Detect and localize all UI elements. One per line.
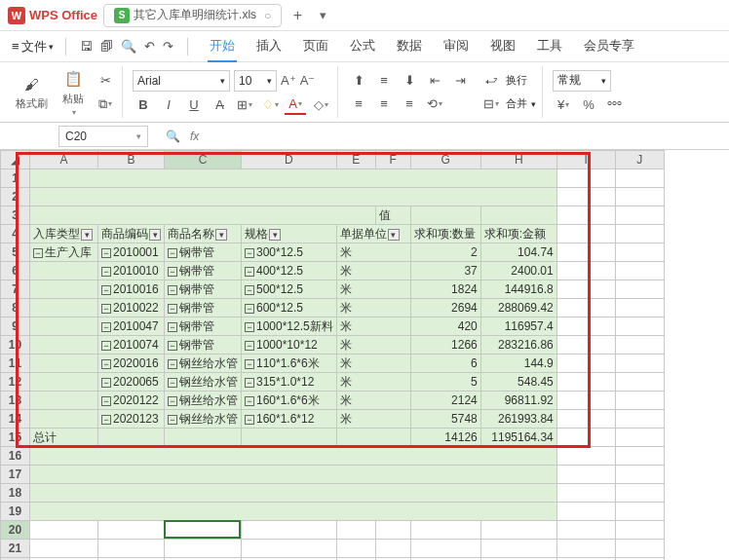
indent-inc-icon[interactable]: ⇥ xyxy=(449,71,471,91)
fx-label[interactable]: fx xyxy=(190,130,199,143)
app-logo: WWPS Office xyxy=(8,7,97,24)
preview-icon[interactable]: 🔍 xyxy=(121,39,136,54)
wrap-icon[interactable]: ⮐ xyxy=(480,71,502,91)
align-top-icon[interactable]: ⬆ xyxy=(348,71,369,91)
percent-icon[interactable]: % xyxy=(578,95,599,115)
tab-data[interactable]: 数据 xyxy=(395,31,424,62)
align-right-icon[interactable]: ≡ xyxy=(399,94,420,114)
add-tab-button[interactable]: + xyxy=(288,7,307,24)
ribbon-tabs: 开始 插入 页面 公式 数据 审阅 视图 工具 会员专享 xyxy=(208,31,636,62)
number-format-select[interactable]: 常规▾ xyxy=(553,70,611,92)
col-header[interactable]: G xyxy=(410,151,480,169)
tab-insert[interactable]: 插入 xyxy=(254,31,284,62)
fill-color-icon[interactable]: ♢ xyxy=(259,95,281,115)
hdr-type: 入库类型▾ xyxy=(30,225,98,243)
cancel-formula-icon[interactable]: 🔍 xyxy=(166,130,180,143)
font-color-icon[interactable]: A xyxy=(285,95,306,115)
undo-icon[interactable]: ↶ xyxy=(144,39,155,54)
hdr-name: 商品名称▾ xyxy=(165,225,242,243)
hdr-unit: 单据单位▾ xyxy=(336,225,410,243)
col-header[interactable]: B xyxy=(98,151,165,169)
format-painter-button[interactable]: 🖌格式刷 xyxy=(12,71,52,113)
align-left-icon[interactable]: ≡ xyxy=(348,94,369,114)
save-icon[interactable]: 🖫 xyxy=(80,39,93,54)
col-header[interactable]: J xyxy=(615,151,664,169)
font-name-select[interactable]: Arial▾ xyxy=(133,70,230,92)
decrease-font-icon[interactable]: A⁻ xyxy=(300,73,316,88)
align-middle-icon[interactable]: ≡ xyxy=(373,71,395,91)
select-all-corner[interactable]: ◢ xyxy=(1,151,30,169)
border-icon[interactable]: ⊞ xyxy=(234,95,255,115)
tab-tools[interactable]: 工具 xyxy=(535,31,564,62)
col-header[interactable]: F xyxy=(375,151,410,169)
col-header[interactable]: A xyxy=(30,151,98,169)
hdr-qty: 求和项:数量 xyxy=(410,225,480,243)
strike-icon[interactable]: A̶ xyxy=(209,95,230,115)
col-header[interactable]: C xyxy=(165,151,242,169)
tab-review[interactable]: 审阅 xyxy=(441,31,471,62)
redo-icon[interactable]: ↷ xyxy=(163,39,173,54)
tab-page[interactable]: 页面 xyxy=(301,31,330,62)
paste-button[interactable]: 📋粘贴 xyxy=(56,66,91,119)
hdr-amt: 求和项:金额 xyxy=(480,225,556,243)
print-icon[interactable]: 🗐 xyxy=(100,39,113,54)
totals-label: 总计 xyxy=(30,429,98,447)
cut-icon[interactable]: ✂ xyxy=(95,71,116,91)
name-box[interactable]: C20▾ xyxy=(58,126,148,147)
increase-font-icon[interactable]: A⁺ xyxy=(281,73,296,88)
col-header[interactable]: D xyxy=(242,151,337,169)
currency-icon[interactable]: ¥ xyxy=(553,95,574,115)
bold-icon[interactable]: B xyxy=(133,95,154,115)
pivot-values-label: 值 xyxy=(375,206,410,225)
tab-menu-button[interactable]: ▾ xyxy=(313,8,332,22)
tab-formula[interactable]: 公式 xyxy=(348,31,377,62)
close-tab-icon[interactable]: ○ xyxy=(264,9,271,22)
clear-format-icon[interactable]: ◇ xyxy=(310,95,331,115)
col-header[interactable]: E xyxy=(336,151,375,169)
italic-icon[interactable]: I xyxy=(158,95,179,115)
hdr-code: 商品编码▾ xyxy=(98,225,165,243)
col-header[interactable]: I xyxy=(556,151,615,169)
filter-icon[interactable]: ▾ xyxy=(81,229,93,241)
spreadsheet-grid[interactable]: ◢ A B C D E F G H I J 1 2 3值 4 入库类型▾ 商品编… xyxy=(0,150,665,560)
col-header[interactable]: H xyxy=(480,151,556,169)
indent-dec-icon[interactable]: ⇤ xyxy=(424,71,445,91)
menu-file[interactable]: ≡ 文件 ▾ xyxy=(4,34,61,59)
align-bottom-icon[interactable]: ⬇ xyxy=(399,71,420,91)
tab-start[interactable]: 开始 xyxy=(208,31,237,62)
tab-view[interactable]: 视图 xyxy=(488,31,518,62)
hdr-spec: 规格▾ xyxy=(242,225,337,243)
font-size-select[interactable]: 10▾ xyxy=(234,70,277,92)
document-tab[interactable]: S 其它入库单明细统计.xls ○ xyxy=(103,4,282,27)
merge-icon[interactable]: ⊟ xyxy=(480,94,502,114)
align-center-icon[interactable]: ≡ xyxy=(373,94,395,114)
comma-icon[interactable]: ᵒᵒᵒ xyxy=(603,95,625,115)
orientation-icon[interactable]: ⟲ xyxy=(424,94,445,114)
sheet-icon: S xyxy=(114,8,130,23)
copy-icon[interactable]: ⧉ xyxy=(95,94,116,114)
document-name: 其它入库单明细统计.xls xyxy=(134,7,256,23)
underline-icon[interactable]: U xyxy=(183,95,205,115)
tab-member[interactable]: 会员专享 xyxy=(582,31,636,62)
